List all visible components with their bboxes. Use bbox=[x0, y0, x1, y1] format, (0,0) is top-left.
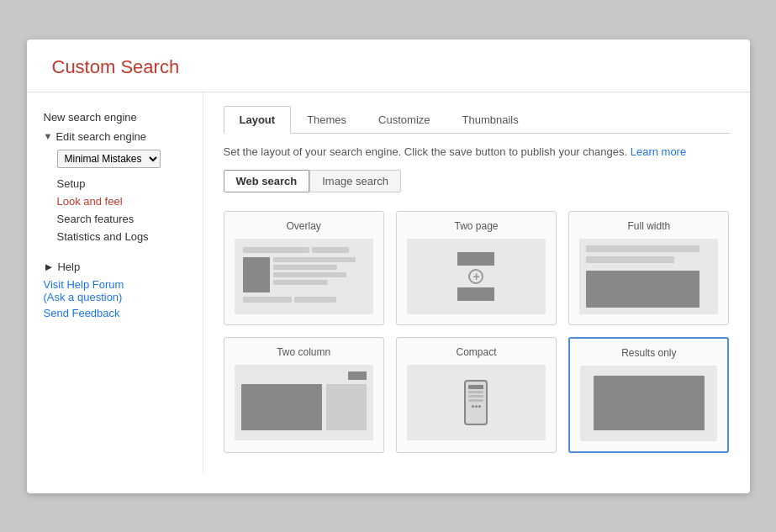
twocol-visual bbox=[235, 365, 373, 440]
tab-themes[interactable]: Themes bbox=[291, 106, 362, 134]
sidebar-edit-row: ▼ Edit search engine bbox=[44, 127, 203, 146]
sidebar-item-setup[interactable]: Setup bbox=[57, 175, 203, 192]
tab-thumbnails[interactable]: Thumbnails bbox=[446, 106, 535, 134]
learn-more-link[interactable]: Learn more bbox=[631, 145, 686, 158]
sidebar-link-visit-help-forum[interactable]: Visit Help Forum(Ask a question) bbox=[44, 277, 203, 305]
layout-card-overlay[interactable]: Overlay bbox=[224, 211, 384, 325]
main-card: Custom Search New search engine ▼ Edit s… bbox=[27, 40, 750, 493]
layout-card-compact[interactable]: Compact bbox=[396, 337, 557, 453]
sidebar-dropdown[interactable]: Minimal Mistakes bbox=[44, 150, 203, 168]
description-row: Set the layout of your search engine. Cl… bbox=[224, 145, 730, 158]
sidebar-item-search-features[interactable]: Search features bbox=[57, 210, 203, 228]
layout-card-two-column-title: Two column bbox=[235, 346, 373, 358]
layout-grid: Overlay bbox=[224, 211, 730, 453]
compact-phone-icon bbox=[464, 380, 488, 425]
resultsonly-visual bbox=[580, 366, 717, 441]
sidebar-link-send-feedback[interactable]: Send Feedback bbox=[44, 305, 203, 321]
sidebar-help-label: Help bbox=[57, 261, 80, 273]
search-engine-select[interactable]: Minimal Mistakes bbox=[57, 150, 161, 168]
layout-card-results-only-title: Results only bbox=[580, 347, 717, 359]
layout-card-two-page-title: Two page bbox=[407, 220, 546, 232]
main-content: Layout Themes Customize Thumbnails Set t… bbox=[203, 92, 750, 473]
compact-visual bbox=[407, 365, 546, 440]
tabs-row: Layout Themes Customize Thumbnails bbox=[224, 106, 730, 134]
twopage-visual: + bbox=[407, 239, 546, 314]
sidebar-item-statistics-and-logs[interactable]: Statistics and Logs bbox=[57, 228, 203, 245]
chevron-right-icon: ► bbox=[44, 261, 55, 273]
sidebar-item-new-search-engine[interactable]: New search engine bbox=[44, 108, 203, 127]
content-area: New search engine ▼ Edit search engine M… bbox=[27, 92, 750, 473]
chevron-down-icon: ▼ bbox=[44, 131, 53, 141]
layout-card-full-width-title: Full width bbox=[579, 220, 718, 232]
image-search-button[interactable]: Image search bbox=[309, 170, 401, 192]
layout-card-two-page[interactable]: Two page + bbox=[396, 211, 557, 325]
fullwidth-visual bbox=[579, 239, 718, 314]
sidebar-help-section: ► Help Visit Help Forum(Ask a question) … bbox=[44, 257, 203, 321]
tab-layout[interactable]: Layout bbox=[224, 106, 292, 134]
layout-card-overlay-title: Overlay bbox=[235, 220, 373, 232]
layout-card-results-only[interactable]: Results only bbox=[568, 337, 729, 453]
app-title: Custom Search bbox=[27, 40, 750, 92]
web-search-button[interactable]: Web search bbox=[224, 170, 310, 192]
search-type-row: Web search Image search bbox=[224, 170, 730, 192]
description-text: Set the layout of your search engine. Cl… bbox=[224, 145, 628, 158]
results-only-block bbox=[594, 376, 705, 430]
layout-card-two-column[interactable]: Two column bbox=[224, 337, 384, 453]
sidebar-help-title: ► Help bbox=[44, 257, 203, 277]
sidebar-item-edit-search-engine[interactable]: Edit search engine bbox=[55, 130, 146, 143]
layout-card-full-width[interactable]: Full width bbox=[568, 211, 729, 325]
sidebar-sub-items: Setup Look and feel Search features Stat… bbox=[44, 175, 203, 245]
sidebar-item-look-and-feel[interactable]: Look and feel bbox=[57, 192, 203, 210]
overlay-visual bbox=[235, 239, 373, 314]
layout-card-compact-title: Compact bbox=[407, 346, 546, 358]
tab-customize[interactable]: Customize bbox=[362, 106, 446, 134]
sidebar: New search engine ▼ Edit search engine M… bbox=[27, 92, 203, 473]
